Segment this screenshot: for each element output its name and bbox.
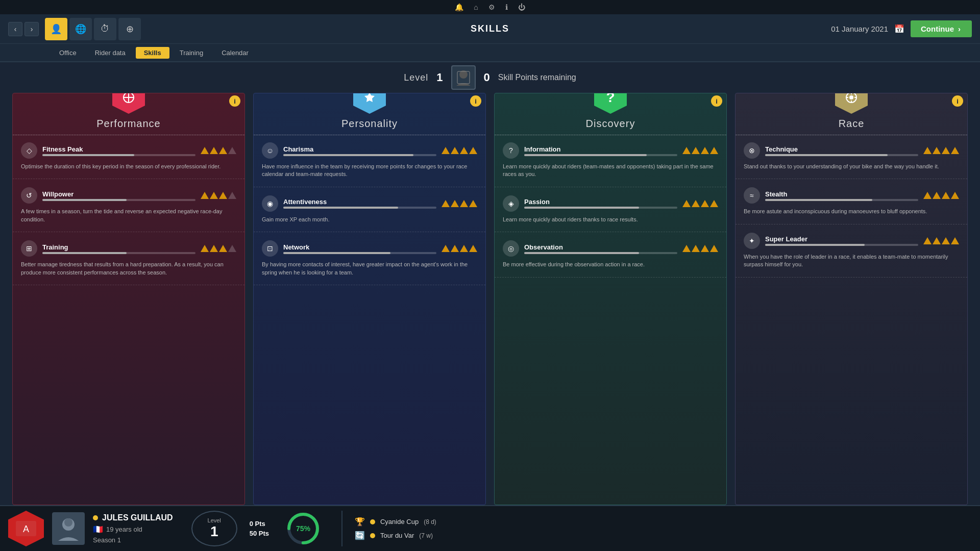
super-leader-name: Super Leader (765, 235, 918, 243)
fitness-peak-desc: Optimise the duration of this key period… (21, 163, 236, 170)
rider-flag: 🇫🇷 (93, 524, 103, 534)
super-leader-icon: ✦ (744, 233, 760, 249)
skill-technique: ⊗ Technique Stand out thanks to your und… (736, 138, 967, 174)
skill-fitness-peak: ◇ Fitness Peak Optimise the duration of … (13, 138, 244, 174)
main-grid: i Performance ◇ Fitness Peak Optimise th… (0, 93, 980, 505)
tab-office[interactable]: Office (51, 47, 85, 59)
performance-hex-icon (112, 93, 145, 114)
stealth-desc: Be more astute and inconspicuous during … (744, 208, 959, 215)
race-hex-icon (835, 93, 868, 114)
svg-text:A: A (23, 524, 29, 534)
personality-divider (254, 135, 485, 135)
svg-point-15 (64, 518, 72, 527)
nav-globe-icon[interactable]: 🌐 (69, 18, 92, 40)
fitness-peak-triangles (201, 147, 236, 154)
skill-passion: ◈ Passion Learn more quickly about rider… (495, 191, 726, 228)
card-performance-header: i Performance (13, 93, 244, 138)
personality-title: Personality (341, 118, 398, 130)
nav-forward-button[interactable]: › (24, 22, 39, 36)
nav-clock-icon[interactable]: ⏱ (94, 18, 116, 40)
continue-button[interactable]: Continue › (911, 20, 972, 37)
nav-icons: 👤 🌐 ⏱ ⊕ (45, 18, 141, 40)
observation-desc: Be more effective during the observation… (503, 261, 718, 268)
card-discovery: ? i Discovery ? Information Learn more q… (494, 93, 727, 505)
nav-title: SKILLS (471, 23, 509, 34)
skill-network: ⊡ Network By having more contacts of int… (254, 236, 485, 281)
nav-bar: ‹ › 👤 🌐 ⏱ ⊕ SKILLS 01 January 2021 📅 Con… (0, 14, 980, 44)
nav-rider-icon[interactable]: 👤 (45, 18, 67, 40)
skill-charisma: ☺ Charisma Have more influence in the te… (254, 138, 485, 183)
training-triangles (201, 245, 236, 252)
power-icon[interactable]: ⏻ (518, 3, 525, 11)
nav-arrows: ‹ › (8, 22, 39, 36)
discovery-divider (495, 135, 726, 135)
willpower-name: Willpower (42, 190, 195, 198)
level-value: 1 (436, 71, 443, 84)
level-avatar (451, 65, 476, 90)
race-1-name: Tour du Var (380, 532, 414, 539)
races-section: 🏆 Cyanide Cup (8 d) 🔄 Tour du Var (7 w) (341, 511, 436, 546)
race-info-icon[interactable]: i (952, 95, 963, 107)
charisma-desc: Have more influence in the team by recei… (262, 163, 477, 179)
network-desc: By having more contacts of interest, hav… (262, 261, 477, 277)
stealth-icon: ≈ (744, 187, 760, 204)
network-triangles (442, 245, 477, 252)
race-0-days: (8 d) (424, 518, 436, 525)
charisma-triangles (442, 147, 477, 154)
race-1-dot (370, 533, 375, 538)
skill-points-value: 0 (484, 71, 490, 84)
stealth-name: Stealth (765, 190, 918, 198)
willpower-triangles (201, 192, 236, 199)
bottom-level-value: 1 (210, 523, 218, 540)
skill-information: ? Information Learn more quickly about r… (495, 138, 726, 183)
tab-rider-data[interactable]: Rider data (87, 47, 134, 59)
discovery-title: Discovery (586, 118, 635, 130)
pts-display: 0 Pts 50 Pts (250, 520, 269, 537)
card-personality: i Personality ☺ Charisma Have more influ… (253, 93, 486, 505)
passion-triangles (682, 200, 718, 207)
progress-label: 75% (296, 524, 310, 533)
skill-super-leader: ✦ Super Leader When you have the role of… (736, 229, 967, 273)
bell-icon[interactable]: 🔔 (455, 3, 463, 11)
race-0-dot (370, 519, 375, 524)
discovery-info-icon[interactable]: i (711, 95, 722, 107)
gear-icon[interactable]: ⚙ (488, 3, 495, 11)
charisma-icon: ☺ (262, 142, 278, 159)
willpower-icon: ↺ (21, 187, 37, 204)
information-icon: ? (503, 142, 519, 159)
performance-info-icon[interactable]: i (229, 95, 240, 107)
card-performance: i Performance ◇ Fitness Peak Optimise th… (12, 93, 245, 505)
fitness-peak-name: Fitness Peak (42, 145, 195, 153)
calendar-icon[interactable]: 📅 (894, 24, 904, 34)
tab-skills[interactable]: Skills (136, 47, 169, 59)
observation-triangles (682, 245, 718, 252)
race-0-name: Cyanide Cup (380, 518, 419, 525)
passion-desc: Learn more quickly about riders thanks t… (503, 216, 718, 223)
training-desc: Better manage tiredness that results fro… (21, 261, 236, 277)
super-leader-triangles (923, 237, 959, 244)
tab-calendar[interactable]: Calendar (213, 47, 257, 59)
info-icon[interactable]: ℹ (505, 3, 508, 11)
nav-back-button[interactable]: ‹ (8, 22, 22, 36)
passion-name: Passion (524, 198, 677, 206)
pts-current: 0 Pts (250, 520, 265, 528)
tab-training[interactable]: Training (172, 47, 211, 59)
technique-name: Technique (765, 145, 918, 153)
card-personality-header: i Personality (254, 93, 485, 138)
nav-map-icon[interactable]: ⊕ (118, 18, 141, 40)
personality-info-icon[interactable]: i (470, 95, 481, 107)
pts-total: 50 Pts (250, 530, 269, 537)
svg-point-6 (849, 95, 853, 99)
training-icon: ⊞ (21, 240, 37, 257)
skill-stealth: ≈ Stealth Be more astute and inconspicuo… (736, 183, 967, 219)
technique-icon: ⊗ (744, 142, 760, 159)
fitness-peak-icon: ◇ (21, 142, 37, 159)
top-bar: 🔔 ⌂ ⚙ ℹ ⏻ (0, 0, 980, 14)
skill-willpower: ↺ Willpower A few times in a season, tur… (13, 183, 244, 228)
observation-name: Observation (524, 243, 677, 251)
technique-triangles (923, 147, 959, 154)
date-display: 01 January 2021 (831, 24, 888, 33)
attentiveness-name: Attentiveness (283, 198, 436, 206)
home-icon[interactable]: ⌂ (474, 3, 478, 11)
race-trophy-icon: 🏆 (355, 517, 365, 527)
